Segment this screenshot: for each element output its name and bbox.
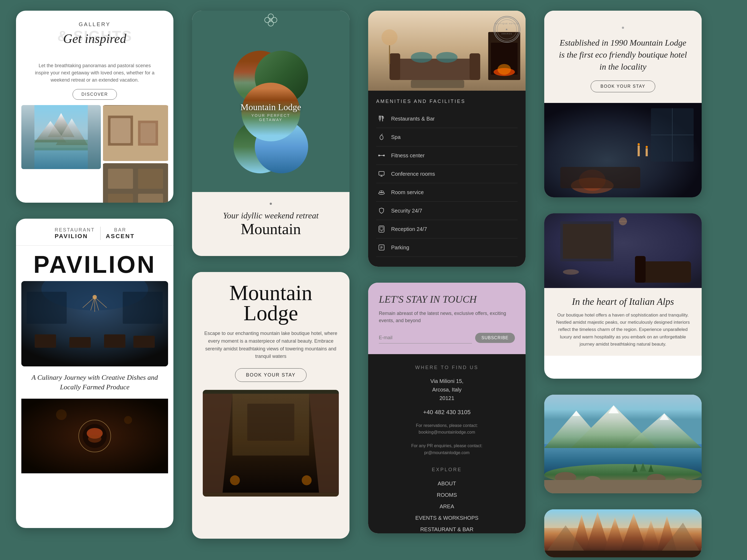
bar-info: BAR ASCENT [106, 227, 135, 240]
nav-area[interactable]: AREA [379, 501, 515, 512]
svg-rect-51 [389, 53, 400, 80]
eco-headline: Established in 1990 Mountain Lodge is th… [558, 37, 688, 73]
nav-events[interactable]: EVENTS & WORKSHOPS [379, 512, 515, 524]
amenity-row-spa: Spa [376, 128, 518, 146]
svg-rect-9 [110, 118, 130, 143]
email-input[interactable] [379, 332, 472, 344]
eco-hotel-card: Established in 1990 Mountain Lodge is th… [544, 11, 702, 197]
description-room-image [203, 390, 339, 497]
svg-rect-4 [34, 148, 88, 169]
svg-rect-89 [638, 145, 640, 156]
svg-rect-93 [560, 167, 640, 188]
svg-point-90 [638, 143, 640, 145]
security-icon [376, 205, 387, 216]
dot-separator [270, 203, 272, 205]
main-title-line1: Mountain [229, 281, 312, 304]
svg-rect-15 [138, 194, 163, 203]
food-svg [21, 399, 168, 473]
pavilion-title: PAVILION [16, 251, 174, 278]
svg-rect-72 [379, 155, 380, 156]
svg-text:★: ★ [505, 28, 509, 31]
description-card: Mountain Lodge Escape to our enchanting … [192, 272, 350, 539]
landscape-card [544, 395, 702, 494]
svg-rect-13 [138, 169, 163, 189]
svg-point-35 [56, 409, 67, 420]
gallery-card: GALLERY & SIGHTS Get inspired Let the br… [16, 11, 174, 203]
nav-about[interactable]: ABOUT [379, 478, 515, 489]
amenity-row-reception: Reception 24/7 [376, 220, 518, 238]
restaurant-interior-svg [21, 281, 168, 366]
phone-svg [378, 225, 385, 233]
discover-button[interactable]: DISCOVER [73, 89, 117, 100]
description-text: Escape to our enchanting mountain lake b… [203, 329, 339, 360]
spa-icon [376, 132, 387, 142]
flower-logo [264, 14, 278, 27]
svg-text:AWARDS: AWARDS [501, 33, 513, 35]
stats-section: 28 rooms 9 amenities 12 nature sights [368, 265, 525, 267]
alps-image [544, 213, 702, 288]
restaurant-bottom-image [21, 399, 168, 473]
newsletter-email-row: SUBSCRIBE [379, 332, 515, 344]
lake-mountain-svg [544, 395, 702, 494]
book-stay-button[interactable]: BOOK YOUR STAY [235, 368, 307, 382]
svg-rect-48 [247, 404, 294, 441]
tray-svg [378, 189, 385, 196]
eco-hotel-content: Established in 1990 Mountain Lodge is th… [544, 11, 702, 103]
svg-rect-122 [544, 509, 702, 528]
amenities-card: BOUTIQUE HOTELS ★ AWARDS AMENITIES AND F… [368, 11, 525, 267]
svg-point-78 [379, 192, 384, 194]
svg-rect-91 [646, 148, 648, 156]
svg-text:BOUTIQUE HOTELS: BOUTIQUE HOTELS [495, 23, 519, 25]
svg-rect-82 [380, 227, 383, 230]
newsletter-description: Remain abreast of the latest news, exclu… [379, 310, 515, 324]
description-inner: Mountain Lodge Escape to our enchanting … [192, 272, 350, 539]
svg-rect-101 [635, 256, 646, 283]
contact-phone: +40 482 430 3105 [379, 409, 515, 416]
svg-point-41 [269, 18, 273, 22]
svg-rect-99 [563, 224, 611, 259]
art-illustration [103, 163, 168, 203]
svg-point-53 [411, 52, 432, 63]
alps-title: In the heart of Italian Alps [555, 296, 691, 307]
mountain-illustration [21, 105, 101, 169]
amenity-row-parking: P Parking [376, 238, 518, 257]
gallery-images [21, 105, 168, 169]
svg-rect-121 [544, 480, 702, 494]
quatrefoil-shape: Mountain Lodge YOUR PERFECT GETAWAY [209, 51, 332, 174]
restaurant-name: PAVILION [55, 233, 95, 240]
contact-emails: For reservations, please contact:booking… [379, 422, 515, 456]
svg-point-36 [124, 416, 132, 424]
amenity-row-restaurant: Restaurants & Bar [376, 110, 518, 128]
hero-content: Your idyllic weekend retreat Mountain [192, 192, 350, 256]
parking-svg: P [378, 244, 385, 251]
nav-rooms[interactable]: ROOMS [379, 489, 515, 501]
room-svg [203, 390, 339, 497]
svg-point-60 [382, 29, 397, 45]
svg-rect-52 [469, 53, 480, 80]
amenity-row-fitness: Fitness center [376, 146, 518, 165]
fork-knife-icon [378, 115, 385, 123]
hero-content-main-1: Mountain [203, 221, 339, 237]
spa-svg [378, 133, 385, 141]
spa-label: Spa [391, 134, 518, 140]
svg-rect-55 [411, 80, 464, 88]
monitor-svg [378, 170, 385, 178]
nav-restaurant-bar[interactable]: RESTAURANT & BAR [379, 524, 515, 533]
dark-room-svg [544, 103, 702, 197]
alps-description: Our boutique hotel offers a haven of sop… [555, 312, 691, 348]
svg-rect-75 [379, 171, 384, 175]
svg-rect-10 [140, 123, 156, 143]
eco-dot [622, 27, 624, 29]
subscribe-button[interactable]: SUBSCRIBE [475, 333, 515, 343]
svg-point-47 [302, 476, 312, 485]
svg-rect-28 [27, 292, 67, 324]
find-us-label: WHERE TO FIND US [379, 365, 515, 370]
restaurant-icon [376, 113, 387, 124]
svg-rect-29 [123, 292, 163, 324]
amenities-list: AMENITIES AND FACILITIES Restaurants & B… [368, 91, 525, 265]
restaurant-label: Restaurants & Bar [391, 116, 518, 122]
roomservice-label: Room service [391, 189, 518, 195]
eco-book-button[interactable]: BOOK YOUR STAY [591, 81, 655, 92]
svg-text:P: P [381, 246, 383, 249]
amenity-row-roomservice: Room service [376, 183, 518, 202]
